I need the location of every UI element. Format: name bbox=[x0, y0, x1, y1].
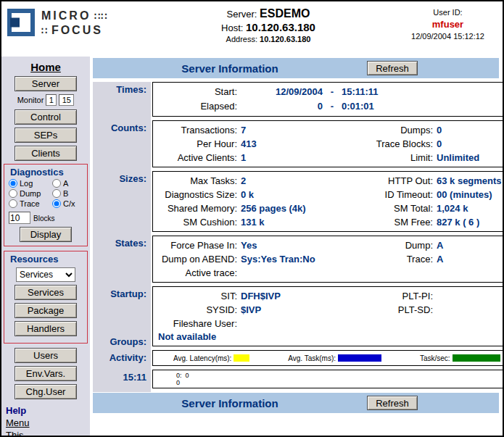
monitor-interval-input[interactable] bbox=[46, 94, 57, 106]
page-body: Home Server Monitor Control SEPs Clients… bbox=[1, 57, 503, 436]
user-id-value: mfuser bbox=[399, 19, 497, 30]
stat-label: PLT-PI: bbox=[344, 289, 433, 303]
groups-value: Not available bbox=[156, 330, 502, 344]
refresh-button-top[interactable]: Refresh bbox=[367, 61, 418, 75]
task-rate-label: Task/sec: bbox=[420, 354, 450, 362]
server-button[interactable]: Server bbox=[15, 76, 77, 91]
blocks-input[interactable] bbox=[9, 212, 30, 224]
handlers-button[interactable]: Handlers bbox=[15, 321, 77, 336]
radio-trace[interactable]: Trace bbox=[9, 199, 52, 208]
diagnostics-title: Diagnostics bbox=[6, 166, 86, 179]
section-label-sizes: Sizes: bbox=[93, 171, 151, 236]
blocks-row: Blocks bbox=[9, 212, 86, 224]
page-title: Server Information bbox=[93, 62, 367, 75]
section-label-activity: Activity: bbox=[93, 350, 151, 370]
resources-title: Resources bbox=[6, 253, 86, 266]
stat-label bbox=[344, 266, 433, 280]
radio-log-input[interactable] bbox=[9, 179, 17, 188]
menu-link[interactable]: Menu bbox=[6, 417, 90, 428]
activity-time-label: 15:11 bbox=[93, 370, 151, 392]
stat-label: Active trace: bbox=[156, 266, 237, 280]
monitor-row: Monitor bbox=[1, 94, 90, 106]
latency-label: Avg. Latency(ms): bbox=[173, 354, 231, 362]
radio-cx-input[interactable] bbox=[52, 199, 61, 208]
stat-value: 7 bbox=[237, 123, 344, 137]
stat-label: SM Cushion: bbox=[156, 215, 237, 229]
radio-b-input[interactable] bbox=[52, 189, 61, 198]
footer-title: Server Information bbox=[93, 397, 367, 409]
sizes-section: Max Tasks: 2 HTTP Out: 63 k segments Dia… bbox=[151, 171, 503, 236]
stat-label: Shared Memory: bbox=[156, 201, 237, 215]
radio-trace-input[interactable] bbox=[9, 199, 17, 208]
stat-value: 15:11:11 bbox=[342, 85, 502, 99]
resources-select[interactable]: Services bbox=[16, 267, 75, 282]
stat-value: 00 (minutes) bbox=[433, 188, 502, 201]
stat-value: Yes bbox=[237, 238, 344, 252]
task-time-bar bbox=[338, 354, 381, 362]
stat-value: A bbox=[433, 252, 502, 266]
stat-label: Dump on ABEND: bbox=[156, 252, 237, 266]
groups-label: Groups: bbox=[93, 336, 146, 347]
refresh-button-bottom[interactable]: Refresh bbox=[367, 396, 418, 410]
section-label-startup: Startup: Groups: bbox=[93, 286, 151, 350]
radio-cx[interactable]: C/x bbox=[52, 199, 84, 208]
stat-value: Sys:Yes Tran:No bbox=[237, 252, 344, 266]
clients-button[interactable]: Clients bbox=[15, 146, 77, 161]
stat-label: PLT-SD: bbox=[344, 303, 433, 317]
activity-detail-line: 0 bbox=[156, 379, 502, 386]
help-heading: Help bbox=[6, 405, 90, 416]
blocks-label: Blocks bbox=[33, 215, 54, 224]
stat-value: $IVP bbox=[237, 303, 344, 317]
activity-detail-line: 0: 0 bbox=[156, 372, 502, 379]
users-button[interactable]: Users bbox=[15, 348, 77, 363]
stat-value: 413 bbox=[237, 137, 344, 151]
times-section: Start: 12/09/2004 - 15:11:11 Elapsed: 0 … bbox=[151, 82, 503, 120]
stat-label: Active Clients: bbox=[156, 151, 237, 165]
server-information-header: Server Information Refresh bbox=[93, 58, 499, 78]
radio-a-input[interactable] bbox=[52, 179, 61, 188]
display-button[interactable]: Display bbox=[20, 227, 72, 242]
this-link[interactable]: This bbox=[6, 430, 90, 436]
stat-label: Per Hour: bbox=[156, 137, 237, 151]
radio-dump-input[interactable] bbox=[9, 189, 17, 198]
stat-value: A bbox=[433, 238, 502, 252]
radio-b[interactable]: B bbox=[52, 189, 84, 198]
session-timestamp: 12/09/2004 15:12:12 bbox=[399, 32, 497, 41]
activity-detail-section: 0: 0 0 bbox=[151, 370, 503, 392]
counts-section: Transactions: 7 Dumps: 0 Per Hour: 413 T… bbox=[151, 120, 503, 171]
stat-label: SM Free: bbox=[344, 215, 433, 229]
stat-separator: - bbox=[323, 99, 342, 114]
server-information-footer: Server Information Refresh bbox=[93, 393, 499, 413]
startup-section: SIT: DFH$IVP PLT-PI: SYSID: $IVP PLT-SD:… bbox=[151, 286, 503, 350]
control-button[interactable]: Control bbox=[15, 109, 77, 125]
times-panel: Start: 12/09/2004 - 15:11:11 Elapsed: 0 … bbox=[152, 82, 503, 117]
package-button[interactable]: Package bbox=[15, 303, 77, 318]
monitor-count-input[interactable] bbox=[59, 94, 74, 106]
page-header: MICRO ∷∷ ∷ FOCUS Server: ESDEMO Host: 10… bbox=[1, 1, 503, 57]
section-label-times: Times: bbox=[93, 82, 151, 120]
microfocus-logo: MICRO ∷∷ ∷ FOCUS bbox=[7, 7, 138, 57]
env-vars-button[interactable]: Env.Vars. bbox=[15, 366, 77, 381]
home-link[interactable]: Home bbox=[1, 61, 90, 73]
stat-value bbox=[433, 317, 502, 330]
stat-value: 63 k segments bbox=[433, 174, 502, 188]
stat-value: 1 bbox=[237, 151, 344, 165]
monitor-label: Monitor bbox=[17, 96, 44, 104]
server-info-table: Times: Start: 12/09/2004 - 15:11:11 Elap… bbox=[93, 82, 499, 392]
radio-dump[interactable]: Dump bbox=[9, 189, 52, 198]
stat-value: 131 k bbox=[237, 215, 344, 229]
radio-log[interactable]: Log bbox=[9, 179, 52, 188]
radio-a[interactable]: A bbox=[52, 179, 84, 188]
change-user-button[interactable]: Chg.User bbox=[15, 384, 77, 399]
stat-value: 0 bbox=[237, 99, 323, 114]
stat-label: Start: bbox=[156, 85, 237, 99]
radio-dump-label: Dump bbox=[20, 189, 41, 198]
seps-button[interactable]: SEPs bbox=[15, 128, 77, 143]
stat-label: Diagnostics Size: bbox=[156, 188, 237, 201]
services-button[interactable]: Services bbox=[15, 285, 77, 300]
radio-log-label: Log bbox=[20, 179, 33, 188]
stat-value: 0:01:01 bbox=[342, 99, 502, 114]
host-value: 10.120.63.180 bbox=[246, 21, 315, 33]
logo-dots-bottom: ∷ bbox=[41, 25, 51, 36]
logo-line1: MICRO bbox=[41, 9, 91, 22]
